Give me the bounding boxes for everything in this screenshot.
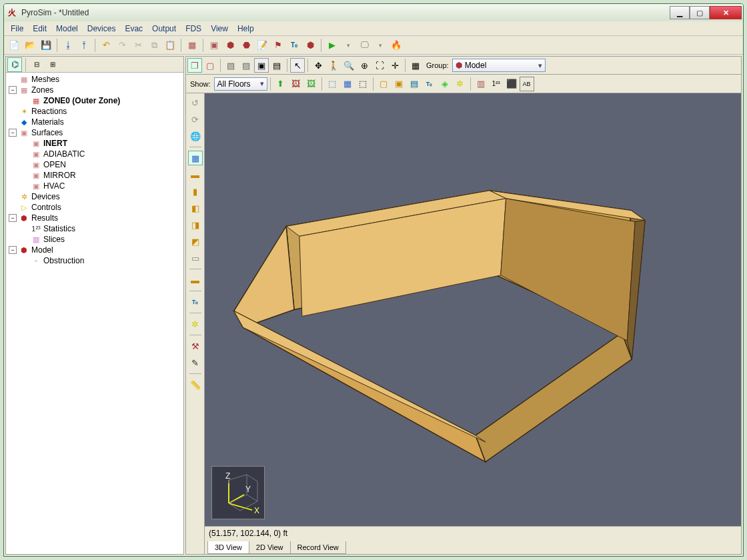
- slice-icon[interactable]: ▥: [474, 77, 488, 91]
- tree-expand-icon[interactable]: −: [9, 214, 17, 222]
- menu-view[interactable]: View: [207, 23, 232, 35]
- menu-model[interactable]: Model: [52, 23, 82, 35]
- flag-icon[interactable]: ⚑: [271, 38, 285, 53]
- export-icon[interactable]: ⭱: [77, 38, 91, 53]
- grid-icon[interactable]: ▦: [408, 58, 423, 73]
- tree-item[interactable]: −▣Surfaces: [6, 127, 183, 138]
- tree-expand-icon[interactable]: −: [9, 129, 17, 137]
- menu-devices[interactable]: Devices: [83, 23, 120, 35]
- tree-item[interactable]: ✲Devices: [6, 191, 183, 202]
- tree-item[interactable]: ▦Meshes: [6, 74, 183, 85]
- tree-item[interactable]: 1²³Statistics: [6, 223, 183, 234]
- tree-item[interactable]: ▷Controls: [6, 202, 183, 213]
- run-icon[interactable]: ▶: [325, 38, 339, 53]
- pan-icon[interactable]: ✥: [311, 58, 325, 73]
- obj4-icon[interactable]: ◈: [438, 77, 452, 91]
- cut-icon[interactable]: ✂: [131, 38, 145, 53]
- stats-icon[interactable]: 1²³: [489, 77, 504, 91]
- view-wireframe-icon[interactable]: ⬚: [355, 77, 370, 91]
- tree-view-icon[interactable]: ⌬: [7, 57, 22, 72]
- menu-evac[interactable]: Evac: [121, 23, 147, 35]
- orbit-icon[interactable]: ↺: [188, 95, 203, 110]
- measure-icon[interactable]: 📏: [188, 377, 203, 392]
- wall-icon[interactable]: ▮: [188, 184, 203, 199]
- show-dropdown[interactable]: All Floors: [214, 77, 267, 91]
- menu-edit[interactable]: Edit: [29, 23, 51, 35]
- t0-tool-icon[interactable]: T₀: [188, 295, 203, 309]
- floor-up-icon[interactable]: ⬆: [273, 77, 288, 91]
- axe-icon[interactable]: ⚒: [188, 339, 203, 353]
- slab-icon[interactable]: ▬: [188, 167, 203, 182]
- tab-3d-view[interactable]: 3D View: [207, 541, 249, 554]
- obj3-icon[interactable]: ▤: [407, 77, 422, 91]
- obj2-icon[interactable]: ▣: [392, 77, 406, 91]
- tree-item[interactable]: ▣MIRROR: [6, 170, 183, 181]
- center-icon[interactable]: ✛: [388, 58, 402, 73]
- record-icon[interactable]: 📝: [255, 38, 269, 53]
- view-3d-icon[interactable]: ❒: [187, 58, 202, 73]
- reaction-icon[interactable]: ⬢: [223, 38, 237, 53]
- shade1-icon[interactable]: ▧: [223, 58, 238, 73]
- tree-item[interactable]: ✶Reactions: [6, 106, 183, 117]
- view-wire-icon[interactable]: ▢: [203, 58, 217, 73]
- surface-icon[interactable]: ▣: [207, 38, 221, 53]
- tree-item[interactable]: −⬢Model: [6, 245, 183, 255]
- zoom-box-icon[interactable]: ⛶: [372, 58, 387, 73]
- run-dropdown-icon[interactable]: ▾: [341, 38, 355, 53]
- results-icon[interactable]: ⬢: [303, 38, 317, 53]
- shade4-icon[interactable]: ▤: [269, 58, 284, 73]
- tree-item[interactable]: ◆Materials: [6, 117, 183, 127]
- tree-item[interactable]: ▥Slices: [6, 234, 183, 245]
- t0-icon[interactable]: T₀: [287, 38, 301, 53]
- close-button[interactable]: [710, 6, 742, 19]
- vent-icon[interactable]: ▬: [188, 273, 203, 287]
- menu-output[interactable]: Output: [148, 23, 180, 35]
- room-icon[interactable]: ◨: [188, 217, 203, 232]
- spin-icon[interactable]: 🌐: [188, 129, 203, 143]
- expand-all-icon[interactable]: ⊞: [45, 57, 60, 72]
- maximize-button[interactable]: [690, 6, 710, 19]
- new-file-icon[interactable]: 📄: [7, 38, 21, 53]
- tree-expand-icon[interactable]: −: [9, 86, 17, 94]
- tree-item[interactable]: ▣OPEN: [6, 159, 183, 170]
- shade2-icon[interactable]: ▨: [239, 58, 253, 73]
- device-view-icon[interactable]: ✲: [453, 77, 468, 91]
- sample-icon[interactable]: ✎: [188, 355, 203, 370]
- menu-file[interactable]: File: [7, 23, 27, 35]
- walk-icon[interactable]: 🚶: [326, 58, 341, 73]
- fire-icon[interactable]: 🔥: [389, 38, 404, 53]
- menu-help[interactable]: Help: [233, 23, 258, 35]
- tab-record-view[interactable]: Record View: [290, 541, 346, 554]
- tree-expand-icon[interactable]: −: [9, 246, 17, 254]
- tree-item[interactable]: ▣HVAC: [6, 181, 183, 191]
- undo-icon[interactable]: ↶: [99, 38, 113, 53]
- device-icon[interactable]: ⬣: [239, 38, 253, 53]
- tree-item[interactable]: ▫Obstruction: [6, 255, 183, 266]
- floor-img2-icon[interactable]: 🖼: [304, 77, 319, 91]
- menu-fds[interactable]: FDS: [181, 23, 205, 35]
- zoom-in-icon[interactable]: 🔍: [341, 58, 356, 73]
- zoom-fit-icon[interactable]: ⊕: [357, 58, 371, 73]
- tree-item[interactable]: −⬢Results: [6, 213, 183, 223]
- open-file-icon[interactable]: 📂: [23, 38, 37, 53]
- view-mesh-icon[interactable]: ⬚: [325, 77, 339, 91]
- tab-2d-view[interactable]: 2D View: [249, 541, 291, 554]
- redo-icon[interactable]: ↷: [115, 38, 129, 53]
- copy-icon[interactable]: ⧉: [147, 38, 161, 53]
- canvas-3d[interactable]: Z Y X: [205, 93, 741, 526]
- tree-item[interactable]: −▦Zones: [6, 85, 183, 95]
- shade3-icon[interactable]: ▣: [254, 58, 269, 73]
- mesh-icon[interactable]: ▦: [185, 38, 199, 53]
- collapse-all-icon[interactable]: ⊟: [29, 57, 44, 72]
- minimize-button[interactable]: [670, 6, 690, 19]
- box-icon[interactable]: ⬛: [504, 77, 519, 91]
- viewport-3d[interactable]: Z Y X (51.157, 102.144, 0) ft 3D View 2D…: [205, 93, 741, 554]
- block-icon[interactable]: ◧: [188, 201, 203, 215]
- monitor-icon[interactable]: 🖵: [357, 38, 371, 53]
- select-icon[interactable]: ↖: [290, 58, 305, 73]
- floor-img1-icon[interactable]: 🖼: [289, 77, 303, 91]
- tree-item[interactable]: ▣INERT: [6, 138, 183, 149]
- tree-item[interactable]: ▣ADIABATIC: [6, 149, 183, 159]
- t0-view-icon[interactable]: T₀: [422, 77, 437, 91]
- view-mesh2-icon[interactable]: ▦: [340, 77, 355, 91]
